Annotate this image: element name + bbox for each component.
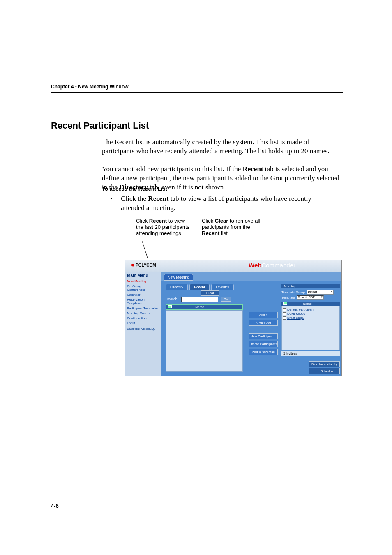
tab-favorites[interactable]: Favorites bbox=[211, 284, 234, 290]
recent-list-header: Name bbox=[166, 304, 243, 310]
sidebar-item-meeting-rooms[interactable]: Meeting Rooms bbox=[127, 311, 160, 315]
checkbox-icon[interactable] bbox=[283, 312, 286, 315]
annotation-clear-l1-post: to remove all bbox=[228, 218, 260, 224]
webcommander-title-commander: Commander bbox=[261, 262, 295, 269]
annotation-arrow-left bbox=[142, 241, 149, 260]
procedure-bullet: • Click the Recent tab to view a list of… bbox=[110, 194, 340, 212]
template-select[interactable]: Default_COP bbox=[297, 295, 324, 300]
annotation-clear-l3-bold: Recent bbox=[202, 230, 219, 236]
schedule-button[interactable]: Schedule... bbox=[309, 368, 340, 374]
annotation-recent: Click Recent to view the last 20 partici… bbox=[136, 218, 210, 236]
participant-tabs: Directory Recent Favorites bbox=[166, 284, 235, 290]
meeting-participants-list[interactable]: Default-Participant Duke Knoop Brain Seg… bbox=[281, 306, 340, 350]
paragraph-2-bold-recent: Recent bbox=[242, 165, 263, 173]
bottom-buttons: Start Immediately Schedule... bbox=[309, 360, 340, 374]
annotation-recent-l1-bold: Recent bbox=[149, 218, 167, 224]
sidebar-item-ongoing[interactable]: On Going Conferences bbox=[127, 284, 160, 292]
webcommander-title-web: Web bbox=[249, 262, 261, 269]
template-group-label: Template Group: bbox=[281, 290, 306, 294]
meeting-list-header-name: Name bbox=[303, 302, 311, 306]
template-group-select[interactable]: Default bbox=[307, 290, 334, 295]
annotation-recent-l1-post: to view bbox=[167, 218, 185, 224]
polycom-logo-icon: ✹ bbox=[131, 263, 134, 267]
bullet-marker: • bbox=[110, 194, 119, 203]
sidebar-item-login[interactable]: Login bbox=[127, 321, 160, 325]
annotation-clear-l3-post: list bbox=[219, 230, 228, 236]
tab-directory[interactable]: Directory bbox=[166, 284, 188, 290]
remove-button[interactable]: < Remove bbox=[249, 320, 278, 326]
bullet-bold-recent: Recent bbox=[148, 195, 168, 203]
annotation-clear: Click Clear to remove all participants f… bbox=[202, 218, 284, 236]
transfer-buttons: Add > < Remove New Participant... Delete… bbox=[247, 310, 280, 357]
webcommander-screenshot: ✹POLYCOM WebCommander Main Menu New Meet… bbox=[125, 260, 342, 376]
annotation-recent-l3: attending meetings bbox=[136, 230, 181, 236]
sidebar-item-new-meeting[interactable]: New Meeting bbox=[127, 279, 160, 283]
delete-participants-button[interactable]: Delete Participants bbox=[249, 341, 278, 347]
sidebar-title: Main Menu bbox=[127, 273, 160, 278]
search-label: Search: bbox=[166, 297, 178, 301]
main-panel: Directory Recent Favorites Clear Search:… bbox=[161, 281, 342, 376]
meeting-list-header: Name bbox=[281, 302, 340, 306]
start-immediately-button[interactable]: Start Immediately bbox=[309, 361, 340, 367]
annotation-clear-l2: participants from the bbox=[202, 224, 250, 230]
checkbox-icon[interactable] bbox=[283, 308, 286, 311]
list-item[interactable]: Duke Knoop bbox=[283, 312, 339, 315]
search-row: Search: Go bbox=[166, 297, 231, 302]
sidebar-item-reservation-templates[interactable]: Reservation Templates bbox=[127, 298, 160, 305]
sidebar: Main Menu New Meeting On Going Conferenc… bbox=[125, 272, 161, 376]
meeting-panel-header: Meeting bbox=[281, 284, 340, 288]
annotation-recent-l1-pre: Click bbox=[136, 218, 149, 224]
webcommander-title: WebCommander bbox=[249, 262, 295, 269]
sidebar-item-configuration[interactable]: Configuration bbox=[127, 316, 160, 320]
polycom-logo-text: POLYCOM bbox=[136, 263, 156, 267]
list-item[interactable]: Brain Segal bbox=[283, 316, 339, 320]
clear-button[interactable]: Clear bbox=[201, 290, 219, 296]
annotation-clear-l1-pre: Click bbox=[202, 218, 215, 224]
search-input[interactable] bbox=[181, 297, 218, 302]
recent-list-header-name: Name bbox=[195, 305, 204, 309]
add-to-favorites-button[interactable]: Add to favorites bbox=[249, 349, 278, 355]
screenshot-annotations: Click Recent to view the last 20 partici… bbox=[136, 218, 317, 255]
tab-recent[interactable]: Recent bbox=[189, 284, 210, 290]
recent-list[interactable] bbox=[166, 310, 243, 372]
annotation-recent-l2: the last 20 participants bbox=[136, 224, 189, 230]
bullet-text-pre: Click the bbox=[121, 195, 148, 203]
brand-bar: ✹POLYCOM WebCommander bbox=[125, 260, 342, 272]
new-participant-button[interactable]: New Participant... bbox=[249, 333, 278, 339]
section-title: Recent Participant List bbox=[51, 120, 149, 131]
list-item[interactable]: Default-Participant bbox=[283, 308, 339, 311]
tab-new-meeting[interactable]: New Meeting bbox=[164, 274, 193, 281]
add-button[interactable]: Add > bbox=[249, 312, 278, 318]
annotation-clear-l1-bold: Clear bbox=[215, 218, 228, 224]
checkbox-icon[interactable] bbox=[283, 316, 286, 320]
paragraph-2-text: You cannot add new participants to this … bbox=[102, 165, 242, 173]
paragraph-1: The Recent list is automatically created… bbox=[102, 138, 342, 156]
polycom-logo: ✹POLYCOM bbox=[131, 263, 156, 267]
go-button[interactable]: Go bbox=[221, 297, 231, 302]
page-number: 4-6 bbox=[51, 503, 59, 509]
template-label: Template: bbox=[281, 296, 296, 299]
chapter-header: Chapter 4 - New Meeting Window bbox=[51, 84, 343, 93]
meeting-panel: Meeting Template Group: Default Template… bbox=[281, 284, 340, 356]
sidebar-database: Database: AccordSQL bbox=[127, 327, 160, 330]
annotation-arrow-right bbox=[203, 241, 203, 260]
sidebar-item-calendar[interactable]: Calendar bbox=[127, 293, 160, 297]
procedure-heading: To access the Recent List: bbox=[102, 186, 169, 192]
invitees-count: 3 Invitees bbox=[281, 351, 340, 356]
sidebar-item-participant-templates[interactable]: Participant Templates bbox=[127, 306, 160, 310]
